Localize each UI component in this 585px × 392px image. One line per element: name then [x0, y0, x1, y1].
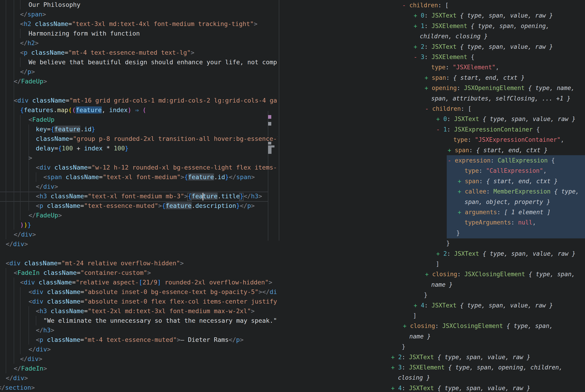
ast-line[interactable]: typeArguments: null, [465, 218, 536, 228]
rnode-token: JSXText [431, 302, 460, 309]
ast-line[interactable]: ] [413, 311, 417, 321]
ast-line[interactable]: closing } [398, 373, 430, 383]
collapse-toggle-icon[interactable]: - [402, 2, 409, 9]
rprev-token: { type, span, opening, children, [448, 364, 562, 371]
collapse-toggle-icon[interactable]: - [425, 105, 432, 112]
ast-line[interactable]: + callee: MemberExpression { type, [458, 186, 579, 197]
ast-line[interactable]: type: "JSXElement", [431, 62, 499, 72]
ast-line[interactable]: name } [409, 332, 431, 342]
collapse-toggle-icon[interactable]: - [436, 126, 443, 133]
ast-line[interactable]: name } [431, 280, 453, 290]
ast-line[interactable]: + 0: JSXText { type, span, value, raw } [436, 114, 576, 124]
ast-line[interactable]: ] [436, 259, 439, 269]
rprev-token: { start, end, ctxt } [453, 74, 524, 81]
ridx-token: 2 [443, 250, 447, 257]
ast-line[interactable]: + 2: JSXText { type, span, value, raw } [414, 42, 553, 52]
expand-toggle-icon[interactable]: + [414, 22, 421, 30]
expand-toggle-icon[interactable]: + [425, 271, 432, 278]
ast-line[interactable]: + span: { start, end, ctxt } [458, 176, 558, 186]
rnode-token: JSXElement [431, 22, 471, 30]
rprev-token: { type, name, [528, 84, 575, 92]
text-cursor [203, 193, 203, 200]
expand-toggle-icon[interactable]: + [425, 84, 432, 92]
expand-toggle-icon[interactable]: + [436, 250, 443, 257]
ast-line[interactable]: } [456, 228, 460, 238]
ast-line[interactable]: + 0: JSXText { type, span, value, raw } [414, 10, 553, 21]
ast-line[interactable]: span, attributes, selfClosing, ... +1 } [431, 94, 570, 104]
ast-line[interactable]: + 4: JSXText { type, span, value, raw } [414, 300, 553, 311]
ast-line[interactable]: + opening: JSXOpeningElement { type, nam… [425, 83, 574, 93]
ast-line[interactable]: children, closing } [420, 31, 488, 42]
ast-line[interactable]: + closing: JSXClosingElement { type, spa… [425, 269, 575, 280]
collapse-toggle-icon[interactable]: - [414, 54, 421, 60]
expand-toggle-icon[interactable]: + [448, 147, 455, 154]
rp-token: : [486, 188, 493, 195]
ast-line[interactable]: } [424, 290, 428, 300]
ast-line[interactable]: - expression: CallExpression { [448, 156, 555, 166]
rp-token: , [532, 219, 536, 226]
rp-token: : [ [461, 105, 472, 112]
ast-line[interactable]: + 3: JSXElement { type, span, opening, c… [391, 362, 562, 373]
ast-tree-panel[interactable]: - children: [+ 0: JSXText { type, span, … [0, 0, 585, 392]
rnode-token: JSXClosingElement [464, 271, 529, 278]
rkey-token: span [432, 74, 446, 81]
ast-line[interactable]: - children: [ [425, 104, 472, 114]
rkey-token: type [453, 136, 468, 143]
expand-toggle-icon[interactable]: + [391, 354, 398, 360]
rnode-token: JSXText [431, 43, 460, 50]
rnode-token: JSXClosingElement [442, 322, 506, 329]
rnode-token: MemberExpression [493, 188, 554, 195]
ridx-token: 0 [421, 12, 424, 19]
rkey-token: children [432, 105, 461, 112]
collapse-toggle-icon[interactable]: - [448, 157, 455, 164]
rp-token: : [446, 64, 453, 71]
rp-token: } [424, 292, 428, 298]
rprev-token: span, object, property } [465, 198, 550, 205]
ast-line[interactable]: + span: { start, end, ctxt } [425, 73, 524, 83]
rkey-token: arguments [465, 209, 497, 216]
ast-line[interactable]: + span: { start, end, ctxt } [448, 145, 547, 156]
expand-toggle-icon[interactable]: + [391, 364, 398, 371]
rp-token: : [447, 116, 454, 122]
rnode-token: JSXText [454, 116, 483, 122]
expand-toggle-icon[interactable]: + [403, 322, 410, 329]
rp-token: : [402, 385, 409, 392]
expand-toggle-icon[interactable]: + [458, 188, 465, 195]
rp-token: : [511, 219, 518, 226]
ast-line[interactable]: + 1: JSXElement { type, span, opening, [414, 21, 549, 31]
ast-line[interactable]: + 2: JSXText { type, span, value, raw } [436, 249, 576, 259]
expand-toggle-icon[interactable]: + [414, 302, 421, 309]
expand-toggle-icon[interactable]: + [414, 12, 421, 19]
ast-line[interactable]: } [402, 342, 405, 352]
editor-window: Our Philosophy</span><h2 className="text… [0, 0, 585, 392]
rkey-token: type [465, 167, 479, 174]
rp-token: : [424, 22, 431, 30]
rprev-token: span, attributes, selfClosing, ... +1 } [431, 95, 570, 102]
ast-line[interactable]: + closing: JSXClosingElement { type, spa… [403, 321, 553, 331]
expand-toggle-icon[interactable]: + [425, 74, 432, 81]
ast-line[interactable]: } [446, 238, 450, 248]
rp-token: , [496, 64, 499, 71]
expand-toggle-icon[interactable]: + [458, 209, 465, 216]
expand-toggle-icon[interactable]: + [436, 116, 443, 122]
ridx-token: 3 [421, 54, 424, 60]
ast-line[interactable]: - 3: JSXElement { [414, 52, 474, 62]
ast-line[interactable]: type: "JSXExpressionContainer", [453, 135, 564, 145]
rp-token: : [424, 12, 431, 19]
ridx-token: 0 [443, 116, 447, 122]
rnode-token: JSXElement [431, 54, 471, 60]
ast-line[interactable]: span, object, property } [465, 197, 550, 207]
expand-toggle-icon[interactable]: + [391, 385, 398, 392]
ast-line[interactable]: + 2: JSXText { type, span, value, raw } [391, 352, 530, 362]
expand-toggle-icon[interactable]: + [458, 178, 465, 184]
rprev-token: { type, span, [506, 322, 553, 329]
ridx-token: 3 [398, 364, 402, 371]
ast-line[interactable]: - 1: JSXExpressionContainer { [436, 124, 540, 135]
ast-line[interactable]: + arguments: [ 1 element ] [458, 207, 550, 218]
ast-line[interactable]: type: "CallExpression", [465, 166, 547, 176]
scrollbar-slider[interactable] [268, 146, 271, 154]
expand-toggle-icon[interactable]: + [414, 43, 421, 50]
rkey-token: span [465, 178, 479, 184]
ast-line[interactable]: - children: [ [402, 0, 449, 10]
ast-line[interactable]: + 4: JSXText { type, span, value, raw } [391, 383, 530, 392]
